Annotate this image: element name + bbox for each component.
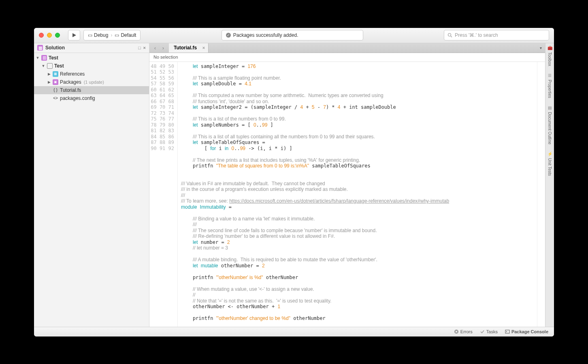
run-button[interactable] (68, 30, 80, 40)
expand-icon[interactable]: ▼ (41, 64, 45, 68)
right-rail: 🧰Toolbox ☰Properties ▤Document Outline ⚡… (545, 43, 554, 327)
rail-unit-tests[interactable]: ⚡Unit Tests (548, 152, 552, 176)
expand-icon[interactable]: ▶ (47, 72, 51, 76)
unit-tests-icon: ⚡ (548, 152, 552, 157)
code-content[interactable]: let sampleInteger = 176 /// This is a sa… (178, 62, 537, 327)
autohide-button[interactable]: □ (138, 45, 141, 50)
editor-area: ‹ › Tutorial.fs × ▾ No selection 48 49 5… (149, 43, 545, 327)
svg-point-0 (448, 34, 451, 36)
expand-icon[interactable]: ▼ (36, 56, 40, 60)
window-controls (39, 33, 60, 38)
search-icon (447, 33, 452, 38)
status-tasks[interactable]: Tasks (480, 329, 498, 334)
packages-icon: ▣ (53, 79, 58, 85)
config-file-icon: <> (53, 95, 58, 101)
device-icon: ▭ (115, 32, 119, 38)
solution-sidebar: ▥ Solution □ × ▼ ▥ Test ▼ Test (34, 43, 149, 327)
tree-file-packages-config[interactable]: <> packages.config (34, 94, 149, 102)
config-target: Debug (94, 32, 108, 38)
error-icon (454, 329, 459, 334)
status-pill: ✓ Packages successfully added. (222, 30, 363, 40)
editor-tabbar: ‹ › Tutorial.fs × ▾ (149, 43, 545, 53)
status-errors[interactable]: Errors (454, 329, 473, 334)
solution-icon: ▥ (41, 55, 47, 61)
project-icon (47, 63, 53, 69)
console-icon (505, 329, 510, 334)
tree-file-tutorial[interactable]: { } Tutorial.fs (34, 86, 149, 94)
sidebar-title: Solution (45, 45, 65, 51)
success-icon: ✓ (226, 33, 231, 38)
run-configuration-selector[interactable]: ▭ Debug › ▭ Default (83, 30, 141, 40)
minimize-window-button[interactable] (47, 33, 52, 38)
solution-tree: ▼ ▥ Test ▼ Test ▶ ▦ References ▶ ▣ (34, 53, 149, 327)
expand-icon[interactable]: ▶ (47, 80, 51, 84)
titlebar: ▭ Debug › ▭ Default ✓ Packages successfu… (34, 28, 554, 43)
rail-toolbox[interactable]: 🧰Toolbox (548, 46, 552, 66)
rail-properties[interactable]: ☰Properties (548, 73, 552, 98)
tree-references-node[interactable]: ▶ ▦ References (34, 70, 149, 78)
close-window-button[interactable] (39, 33, 44, 38)
code-editor[interactable]: 48 49 50 51 52 53 54 55 56 57 58 59 60 6… (149, 62, 545, 327)
global-search-input[interactable]: Press '⌘.' to search (444, 30, 549, 40)
rail-document-outline[interactable]: ▤Document Outline (548, 106, 552, 144)
config-device: Default (121, 32, 136, 38)
main-body: ▥ Solution □ × ▼ ▥ Test ▼ Test (34, 43, 554, 327)
close-tab-button[interactable]: × (202, 45, 205, 50)
device-icon: ▭ (88, 32, 92, 38)
references-icon: ▦ (53, 71, 58, 77)
toolbox-icon: 🧰 (548, 46, 552, 51)
zoom-window-button[interactable] (55, 33, 60, 38)
tab-overflow-button[interactable]: ▾ (537, 46, 545, 50)
statusbar: Errors Tasks Package Console (34, 327, 554, 336)
outline-icon: ▤ (548, 106, 552, 110)
properties-icon: ☰ (548, 73, 552, 78)
breadcrumb[interactable]: No selection (149, 53, 545, 62)
marker-bar (537, 62, 545, 327)
close-sidebar-button[interactable]: × (143, 45, 146, 50)
tasks-icon (480, 329, 485, 334)
ide-window: ▭ Debug › ▭ Default ✓ Packages successfu… (34, 28, 554, 336)
nav-back-button[interactable]: ‹ (151, 45, 159, 51)
search-placeholder: Press '⌘.' to search (455, 32, 498, 38)
fsharp-file-icon: { } (53, 87, 58, 93)
tree-project-node[interactable]: ▼ Test (34, 62, 149, 70)
editor-tab-tutorial[interactable]: Tutorial.fs × (169, 43, 209, 53)
nav-forward-button[interactable]: › (159, 45, 167, 51)
tree-packages-node[interactable]: ▶ ▣ Packages (1 update) (34, 78, 149, 86)
svg-line-1 (451, 36, 452, 37)
tree-solution-node[interactable]: ▼ ▥ Test (34, 54, 149, 62)
sidebar-header: ▥ Solution □ × (34, 43, 149, 53)
status-package-console[interactable]: Package Console (505, 329, 548, 334)
status-text: Packages successfully added. (233, 32, 298, 38)
solution-pad-icon: ▥ (37, 45, 43, 51)
play-icon (72, 33, 77, 38)
line-number-gutter: 48 49 50 51 52 53 54 55 56 57 58 59 60 6… (149, 62, 178, 327)
